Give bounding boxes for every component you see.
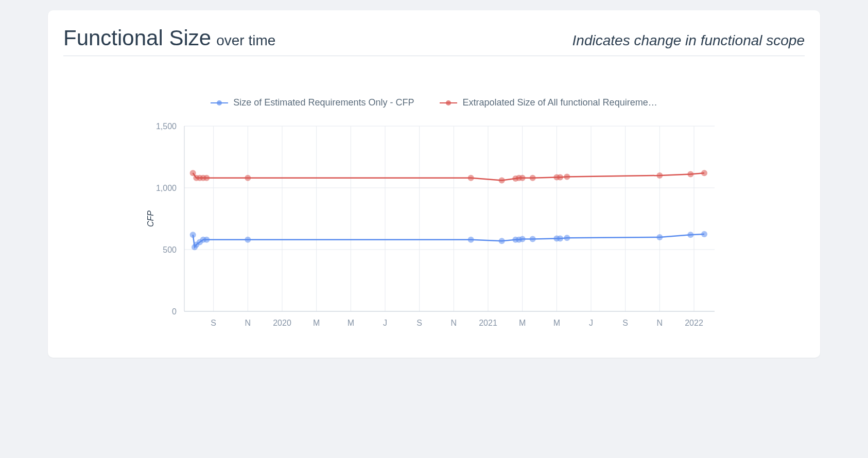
svg-text:M: M <box>313 319 320 327</box>
svg-text:N: N <box>245 319 251 327</box>
svg-text:2022: 2022 <box>685 319 703 327</box>
svg-point-73 <box>557 174 563 181</box>
svg-point-67 <box>499 178 505 184</box>
svg-text:S: S <box>416 319 422 327</box>
svg-text:M: M <box>348 319 354 327</box>
title-sub: over time <box>216 32 275 49</box>
svg-text:N: N <box>451 319 457 327</box>
svg-text:2020: 2020 <box>273 319 291 327</box>
svg-text:0: 0 <box>172 307 177 316</box>
svg-point-57 <box>656 234 663 240</box>
svg-point-71 <box>530 175 536 181</box>
svg-text:CFP: CFP <box>146 210 155 227</box>
svg-text:S: S <box>211 319 216 327</box>
svg-point-66 <box>468 175 474 181</box>
svg-point-55 <box>557 235 563 241</box>
legend: Size of Estimated Requirements Only - CF… <box>63 97 805 108</box>
svg-point-75 <box>656 172 663 179</box>
svg-point-53 <box>530 236 536 242</box>
svg-text:M: M <box>553 319 560 327</box>
chart-svg: 05001,0001,500SN2020MMJSN2021MMJSN2022CF… <box>138 121 730 337</box>
svg-text:N: N <box>657 319 663 327</box>
legend-swatch-blue <box>211 102 228 103</box>
svg-point-76 <box>687 171 693 178</box>
svg-point-59 <box>701 231 707 237</box>
svg-text:J: J <box>383 319 387 327</box>
svg-text:1,000: 1,000 <box>156 184 177 192</box>
svg-point-64 <box>203 175 210 181</box>
svg-point-41 <box>190 232 196 238</box>
chart-wrap: Size of Estimated Requirements Only - CF… <box>63 56 805 337</box>
legend-swatch-red <box>440 102 457 103</box>
legend-label-1: Extrapolated Size of All functional Requ… <box>462 97 657 108</box>
legend-item-1[interactable]: Extrapolated Size of All functional Requ… <box>440 97 657 108</box>
svg-point-74 <box>564 173 570 180</box>
legend-label-0: Size of Estimated Requirements Only - CF… <box>233 97 414 108</box>
svg-point-48 <box>468 237 474 243</box>
svg-text:M: M <box>519 319 526 327</box>
svg-text:J: J <box>589 319 593 327</box>
card-header: Functional Size over time Indicates chan… <box>63 26 805 56</box>
chart-card: Functional Size over time Indicates chan… <box>48 10 820 358</box>
svg-text:1,500: 1,500 <box>156 122 177 131</box>
svg-point-56 <box>564 235 570 241</box>
svg-point-58 <box>687 232 693 238</box>
chart-area: 05001,0001,500SN2020MMJSN2021MMJSN2022CF… <box>63 121 805 337</box>
legend-item-0[interactable]: Size of Estimated Requirements Only - CF… <box>211 97 414 108</box>
svg-point-70 <box>519 175 526 181</box>
title-block: Functional Size over time <box>63 26 275 50</box>
svg-text:2021: 2021 <box>479 319 497 327</box>
svg-point-52 <box>519 236 526 242</box>
svg-point-65 <box>245 175 251 181</box>
svg-text:500: 500 <box>163 245 177 254</box>
title-main: Functional Size <box>63 26 211 50</box>
svg-point-49 <box>499 238 505 244</box>
svg-point-47 <box>245 237 251 243</box>
subtitle-right: Indicates change in functional scope <box>572 32 805 49</box>
svg-point-46 <box>203 237 210 243</box>
svg-text:S: S <box>622 319 628 327</box>
svg-point-77 <box>701 170 707 176</box>
